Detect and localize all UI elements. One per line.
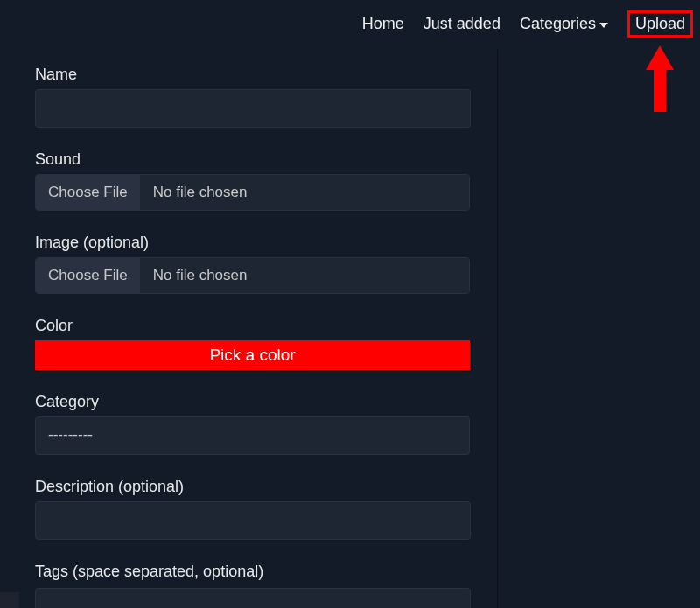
field-name: Name (35, 66, 497, 128)
nav-just-added[interactable]: Just added (424, 15, 500, 33)
side-panel (497, 48, 700, 608)
category-label: Category (35, 393, 497, 411)
field-color: Color Pick a color (35, 317, 497, 370)
bottom-corner-stub (0, 592, 19, 608)
image-label: Image (optional) (35, 234, 497, 252)
sound-file-picker[interactable]: Choose File No file chosen (35, 174, 470, 211)
chevron-down-icon (599, 23, 608, 28)
description-input[interactable] (35, 501, 471, 540)
upload-form: Name Sound Choose File No file chosen Im… (0, 48, 497, 608)
name-input[interactable] (35, 89, 471, 128)
field-category: Category --------- (35, 393, 497, 455)
field-sound: Sound Choose File No file chosen (35, 150, 497, 211)
field-tags: Tags (space separated, optional) (35, 563, 497, 608)
field-description: Description (optional) (35, 478, 497, 540)
description-label: Description (optional) (35, 478, 497, 496)
image-choose-button[interactable]: Choose File (36, 258, 141, 293)
sound-file-status: No file chosen (141, 175, 469, 210)
sound-choose-button[interactable]: Choose File (36, 175, 141, 210)
top-nav: Home Just added Categories Upload (0, 0, 700, 48)
name-label: Name (35, 66, 497, 84)
nav-categories-label: Categories (520, 15, 596, 33)
pick-color-button[interactable]: Pick a color (35, 340, 470, 370)
image-file-status: No file chosen (141, 258, 469, 293)
annotation-arrow-icon (646, 45, 674, 112)
nav-home[interactable]: Home (362, 15, 404, 33)
color-label: Color (35, 317, 497, 335)
category-select[interactable]: --------- (35, 416, 470, 455)
main-area: Name Sound Choose File No file chosen Im… (0, 48, 700, 608)
nav-categories[interactable]: Categories (520, 15, 608, 33)
image-file-picker[interactable]: Choose File No file chosen (35, 257, 470, 294)
nav-upload[interactable]: Upload (627, 10, 693, 38)
tags-input[interactable] (35, 588, 471, 608)
sound-label: Sound (35, 150, 497, 169)
field-image: Image (optional) Choose File No file cho… (35, 234, 497, 294)
tags-label: Tags (space separated, optional) (35, 563, 497, 581)
